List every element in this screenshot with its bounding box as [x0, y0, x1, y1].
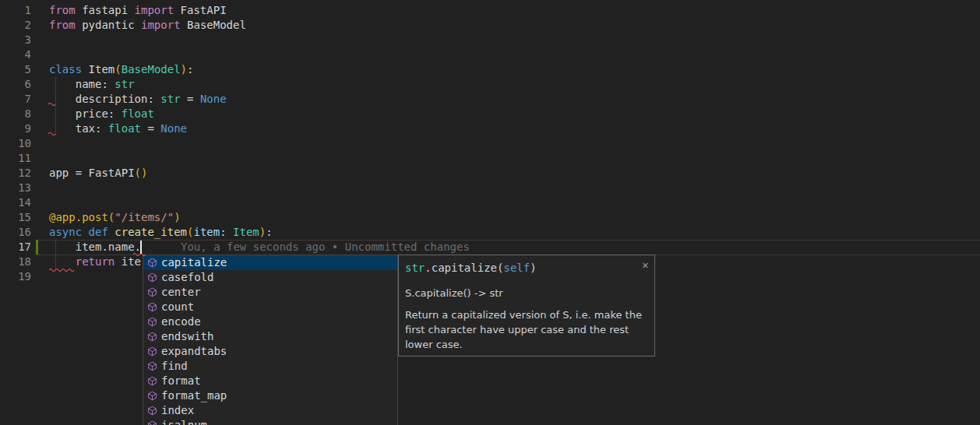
- code-token: Item: [82, 63, 115, 76]
- code-line[interactable]: 16async def create_item(item: Item):: [0, 225, 980, 240]
- line-number: 6: [0, 77, 31, 92]
- code-text: @app.post("/items/"): [49, 210, 181, 225]
- code-token: async def: [49, 226, 108, 238]
- code-line[interactable]: 9 tax: float = None: [0, 121, 980, 136]
- code-line[interactable]: 10: [0, 136, 980, 151]
- suggestion-item[interactable]: find: [143, 359, 397, 374]
- method-icon: [147, 302, 157, 312]
- code-line[interactable]: 15@app.post("/items/"): [0, 210, 980, 225]
- line-number: 7: [0, 92, 31, 107]
- error-squiggle: [49, 267, 76, 272]
- suggestion-item[interactable]: expandtabs: [143, 344, 397, 359]
- code-line[interactable]: 6 name: str: [0, 77, 980, 92]
- code-token: ): [530, 262, 536, 274]
- suggestion-item[interactable]: index: [143, 403, 397, 418]
- line-number: 17: [0, 240, 31, 255]
- suggestion-label: capitalize: [161, 255, 227, 270]
- code-line[interactable]: 13: [0, 181, 980, 195]
- code-token: ): [181, 63, 187, 76]
- code-token: @app.post: [49, 211, 108, 223]
- modified-line-indicator: [36, 240, 38, 255]
- git-blame-annotation: You, a few seconds ago • Uncommitted cha…: [181, 240, 470, 255]
- code-line[interactable]: 8 price: float: [0, 107, 980, 121]
- code-text: item.name.: [49, 240, 141, 255]
- code-token: class: [49, 63, 82, 76]
- code-token: str: [115, 78, 134, 90]
- code-editor[interactable]: 1from fastapi import FastAPI2from pydant…: [0, 0, 980, 425]
- suggestion-item[interactable]: center: [143, 285, 397, 300]
- code-line[interactable]: 4: [0, 47, 980, 62]
- code-token: tax:: [49, 122, 108, 135]
- code-token: "/items/": [115, 211, 174, 223]
- line-number: 1: [0, 3, 31, 18]
- suggestion-label: format_map: [161, 388, 227, 403]
- code-token: ite: [115, 255, 141, 268]
- code-token: =: [141, 122, 160, 135]
- code-token: [49, 255, 76, 268]
- code-token: BaseModel: [181, 19, 246, 31]
- code-token: float: [122, 107, 154, 120]
- suggestion-item[interactable]: capitalize: [143, 255, 397, 270]
- code-line[interactable]: 1from fastapi import FastAPI: [0, 3, 980, 18]
- code-token: ): [174, 211, 180, 223]
- code-token: item: [193, 226, 220, 238]
- code-text: name: str: [49, 77, 135, 92]
- suggestion-label: find: [161, 359, 188, 374]
- code-token: :: [187, 63, 193, 76]
- method-icon: [147, 406, 157, 416]
- code-token: (): [135, 167, 148, 179]
- autocomplete-popup[interactable]: capitalizecasefoldcentercountencodeendsw…: [143, 255, 398, 425]
- suggestion-item[interactable]: count: [143, 300, 397, 314]
- suggestion-item[interactable]: encode: [143, 314, 397, 329]
- text-cursor: [140, 241, 142, 254]
- indent-guide: [55, 77, 56, 136]
- method-icon: [147, 420, 157, 425]
- code-line[interactable]: 3: [0, 33, 980, 47]
- line-number: 11: [0, 151, 31, 166]
- code-text: from pydantic import BaseModel: [49, 18, 246, 33]
- method-icon: [147, 346, 157, 357]
- code-line[interactable]: 11: [0, 151, 980, 166]
- suggestion-item[interactable]: endswith: [143, 329, 397, 344]
- code-token: name:: [49, 78, 115, 90]
- code-text: price: float: [49, 107, 154, 121]
- code-token: ): [259, 226, 266, 238]
- close-icon[interactable]: ✕: [642, 258, 649, 273]
- method-icon: [147, 376, 157, 386]
- suggestion-item[interactable]: format: [143, 374, 397, 388]
- suggestion-label: count: [161, 300, 194, 314]
- code-token: (: [115, 63, 121, 76]
- code-token: from: [49, 4, 76, 16]
- code-line[interactable]: 17 item.name.: [0, 240, 980, 255]
- code-token: create_item: [108, 226, 187, 238]
- code-token: import: [141, 19, 181, 31]
- method-icon: [147, 332, 157, 342]
- suggestion-label: encode: [161, 314, 201, 329]
- code-line[interactable]: 12app = FastAPI(): [0, 166, 980, 181]
- code-text: description: str = None: [49, 92, 227, 107]
- line-number: 5: [0, 62, 31, 77]
- line-number: 10: [0, 136, 31, 151]
- code-lines: 1from fastapi import FastAPI2from pydant…: [0, 3, 980, 284]
- suggestion-label: casefold: [161, 270, 213, 285]
- code-token: float: [108, 122, 141, 135]
- code-line[interactable]: 7 description: str = None: [0, 92, 980, 107]
- method-icon: [147, 287, 157, 297]
- suggestion-item[interactable]: isalnum: [143, 418, 397, 425]
- code-line[interactable]: 2from pydantic import BaseModel: [0, 18, 980, 33]
- code-token: item.name.: [49, 241, 141, 253]
- line-number: 9: [0, 121, 31, 136]
- suggestion-item[interactable]: casefold: [143, 270, 397, 285]
- doc-signature: str.capitalize(self): [405, 261, 648, 276]
- code-line[interactable]: 5class Item(BaseModel):: [0, 62, 980, 77]
- code-line[interactable]: 14: [0, 195, 980, 210]
- suggestion-item[interactable]: format_map: [143, 388, 397, 403]
- code-text: tax: float = None: [49, 121, 187, 136]
- code-token: str: [405, 262, 425, 274]
- method-icon: [147, 317, 157, 327]
- error-squiggle: [48, 101, 56, 106]
- current-line-border-top: [36, 240, 980, 241]
- code-token: price:: [49, 107, 122, 120]
- suggestion-label: isalnum: [161, 418, 207, 425]
- code-token: pydantic: [76, 19, 141, 31]
